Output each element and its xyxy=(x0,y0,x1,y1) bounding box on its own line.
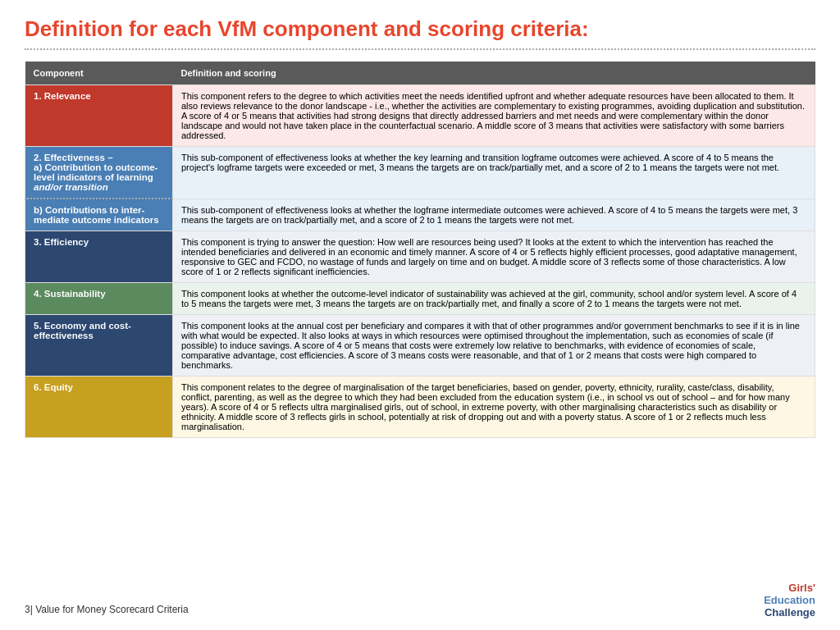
brand-education: Education xyxy=(764,594,815,606)
page-title: Definition for each VfM component and sc… xyxy=(25,16,815,42)
definition-relevance: This component refers to the degree to w… xyxy=(173,85,815,147)
table-row: 2. Effectiveness – a) Contribution to ou… xyxy=(25,147,815,199)
component-effectiveness-a: 2. Effectiveness – a) Contribution to ou… xyxy=(25,147,173,199)
table-row: 6. Equity This component relates to the … xyxy=(25,377,815,438)
brand-girls: Girls' xyxy=(764,582,815,594)
col-header-definition: Definition and scoring xyxy=(173,62,815,85)
component-economy: 5. Economy and cost-effectiveness xyxy=(25,315,173,377)
effectiveness-label: 2. Effectiveness – xyxy=(34,153,113,162)
table-row: 4. Sustainability This component looks a… xyxy=(25,283,815,315)
component-relevance: 1. Relevance xyxy=(25,85,173,147)
brand-challenge: Challenge xyxy=(764,606,815,619)
criteria-table: Component Definition and scoring 1. Rele… xyxy=(25,62,815,438)
col-header-component: Component xyxy=(25,62,173,85)
table-row: 5. Economy and cost-effectiveness This c… xyxy=(25,315,815,377)
table-row: 3. Efficiency This component is trying t… xyxy=(25,231,815,283)
component-efficiency: 3. Efficiency xyxy=(25,231,173,283)
effectiveness-sub-a: a) Contribution to outcome-level indicat… xyxy=(34,162,158,182)
table-row: 1. Relevance This component refers to th… xyxy=(25,85,815,147)
table-row: b) Contributions to inter-mediate outcom… xyxy=(25,199,815,231)
footer-brand: Girls' Education Challenge xyxy=(764,582,815,619)
definition-sustainability: This component looks at whether the outc… xyxy=(173,283,815,315)
definition-effectiveness-a: This sub-component of effectiveness look… xyxy=(173,147,815,199)
footer-text: | Value for Money Scorecard Criteria xyxy=(30,604,189,615)
component-sustainability: 4. Sustainability xyxy=(25,283,173,315)
effectiveness-italic: and/or transition xyxy=(34,182,108,192)
component-equity: 6. Equity xyxy=(25,377,173,438)
definition-equity: This component relates to the degree of … xyxy=(173,377,815,438)
definition-effectiveness-b: This sub-component of effectiveness look… xyxy=(173,199,815,231)
definition-economy: This component looks at the annual cost … xyxy=(173,315,815,377)
page-number: 3 xyxy=(25,604,30,615)
footer-left: 3| Value for Money Scorecard Criteria xyxy=(25,604,189,615)
divider xyxy=(25,48,815,50)
component-effectiveness-b: b) Contributions to inter-mediate outcom… xyxy=(25,199,173,231)
definition-efficiency: This component is trying to answer the q… xyxy=(173,231,815,283)
